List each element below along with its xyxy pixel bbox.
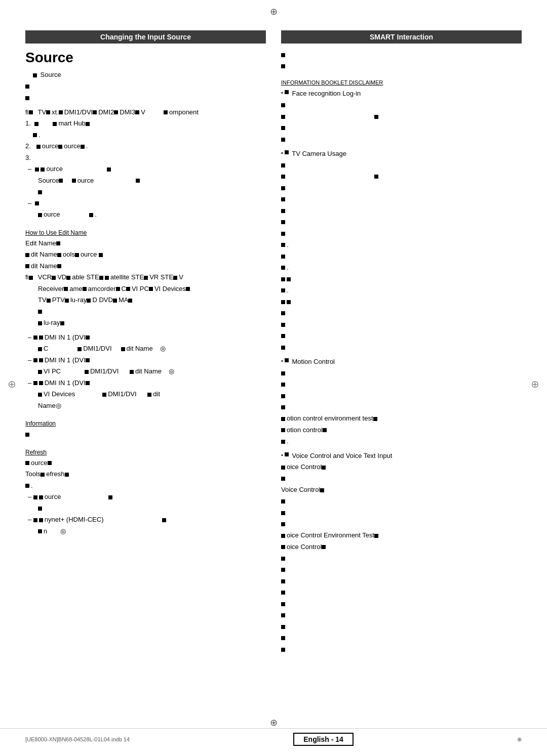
bullet-dot-motion: •: [281, 357, 283, 365]
bullet-sq: [113, 299, 117, 303]
main-columns: Changing the Input Source Source Source …: [25, 30, 522, 656]
bullet-sq: [281, 103, 285, 107]
bullet-sq: [38, 507, 42, 511]
edit-name-3: dit Name: [25, 261, 266, 271]
bullet-sq: [107, 167, 111, 172]
bullet-sq: [281, 613, 285, 617]
bullet-sq-motion: [285, 358, 289, 362]
bullet-sq: [65, 299, 69, 303]
fi-devices: fi VCRVDable STEatellite STEVR STEV: [25, 272, 266, 282]
bullet-sq: [59, 179, 63, 183]
motion-1: [281, 368, 522, 378]
bullet-sq: [186, 287, 190, 291]
cam-16: [281, 331, 522, 341]
bullet-sq: [374, 175, 378, 179]
bullet-sq: [374, 534, 378, 538]
bullet-sq: [281, 277, 285, 281]
edit-name-2: dit Nameoolsource: [25, 249, 266, 260]
bullet-sq: [136, 179, 140, 183]
bullet-sq: [281, 115, 285, 119]
bullet-sq: [281, 591, 285, 595]
bullet-sq: [25, 85, 29, 89]
footer: [UE8000-XN]BN68-04528L-01L04.indb 14 Eng…: [0, 728, 547, 746]
cam-14: [281, 308, 522, 318]
bullet-sq: [281, 334, 285, 338]
bullet-sq: [281, 428, 285, 432]
bullet-sq: [57, 253, 61, 257]
voice-6: [281, 519, 522, 529]
bullet-sq: [53, 122, 57, 126]
bullet-sq: [281, 394, 285, 398]
line-inputs: fi TVxt.DMI1/DVIDMI2DMI3V omponent: [25, 107, 266, 117]
bullet-sq: [38, 347, 42, 351]
hdmi-ex1: – DMI IN 1 (DVI: [25, 332, 266, 343]
hdmi-ex2-detail: VI PC DMI1/DVI dit Name ◎: [38, 366, 266, 376]
bullet-sq: [322, 545, 326, 549]
bullet-sq: [281, 64, 285, 68]
line-sq1: [25, 81, 266, 92]
cam-9: [281, 251, 522, 261]
bullet-sq: [33, 133, 37, 137]
left-column: Changing the Input Source Source Source …: [25, 30, 266, 656]
bullet-sq: [77, 347, 82, 351]
bluray: lu-ray: [38, 318, 266, 328]
voice-15: [281, 621, 522, 632]
devices-4: [38, 307, 266, 317]
line-source-desc2: ource .: [38, 209, 266, 220]
bullet-sq: [147, 393, 151, 397]
bullet-sq: [173, 276, 177, 280]
bullet-sq: [81, 145, 85, 149]
cam-6: [281, 217, 522, 227]
bullet-sq: [39, 518, 43, 522]
cam-11: [281, 274, 522, 284]
face-1: [281, 100, 522, 110]
bullet-sq: [58, 145, 62, 149]
voice-5: [281, 508, 522, 518]
bullet-sq: [108, 495, 112, 499]
bullet-sq: [33, 381, 37, 385]
bullet-sq: [281, 568, 285, 572]
bullet-sq: [281, 288, 285, 292]
bullet-dot-face: •: [281, 89, 283, 97]
bullet-sq: [48, 461, 52, 465]
face-3: [281, 123, 522, 133]
bullet-sq: [281, 440, 285, 444]
face-2: [281, 111, 522, 121]
bullet-sq: [281, 126, 285, 130]
bullet-sq: [281, 579, 285, 583]
bullet-sq: [39, 495, 43, 499]
bullet-sq: [281, 346, 285, 350]
bullet-sq: [29, 110, 33, 114]
bullet-sq: [25, 264, 29, 268]
bullet-sq: [323, 428, 327, 432]
bullet-sq: [59, 110, 63, 114]
bullet-sq: [41, 167, 45, 172]
bullet-sq: [162, 518, 166, 522]
voice-13: [281, 599, 522, 609]
bullet-sq: [41, 473, 45, 477]
bullet-sq: [281, 209, 285, 213]
information-title: Information: [25, 420, 266, 427]
bullet-sq: [38, 190, 42, 194]
voice-control-title: Voice Control and Voice Text Input: [290, 451, 392, 461]
bullet-sq: [114, 110, 118, 114]
bullet-sq: [281, 197, 285, 201]
bullet-sq: [281, 243, 285, 247]
voice-4: [281, 496, 522, 507]
bullet-sq-voice: [285, 452, 289, 456]
hdmi-ex1-detail: C DMI1/DVI dit Name ◎: [38, 344, 266, 354]
bullet-sq: [36, 145, 41, 149]
line-sq3: [38, 187, 266, 197]
bullet-sq: [38, 370, 42, 374]
bullet-sq: [287, 300, 291, 304]
bullet-sq: [52, 276, 56, 280]
right-sq1: [281, 50, 522, 60]
refresh-1: ource: [25, 458, 266, 468]
anynet-em: – nynet+ (HDMI-CEC): [25, 515, 266, 525]
bullet-sq: [164, 110, 168, 114]
line-2: 2. ourceource.: [25, 141, 266, 151]
bullet-sq: [57, 264, 61, 268]
refresh-em1-detail: [38, 503, 266, 514]
bullet-sq: [25, 484, 29, 488]
voice-14: [281, 610, 522, 620]
